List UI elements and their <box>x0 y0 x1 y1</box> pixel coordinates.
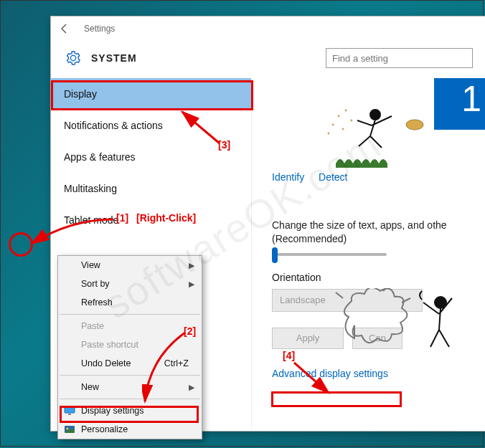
sidebar-item-multitasking[interactable]: Multitasking <box>51 173 251 204</box>
ctx-display-settings[interactable]: Display settings <box>58 401 202 420</box>
orientation-label: Orientation <box>272 272 485 283</box>
scale-slider[interactable] <box>272 253 387 256</box>
cancel-button[interactable]: Can <box>352 328 402 349</box>
gear-icon <box>65 50 81 66</box>
sidebar-item-label: Multitasking <box>64 183 117 194</box>
back-button[interactable] <box>55 19 74 38</box>
ctx-paste-shortcut: Paste shortcut <box>58 335 202 354</box>
sidebar-item-tablet[interactable]: Tablet mode <box>51 204 251 236</box>
button-row: Apply Can <box>272 328 485 349</box>
monitor-icon <box>64 405 75 416</box>
sidebar-item-label: Apps & features <box>64 151 136 163</box>
apply-button[interactable]: Apply <box>272 328 344 349</box>
sidebar-item-notifications[interactable]: Notifications & actions <box>51 110 251 141</box>
ctx-separator <box>60 375 200 376</box>
advanced-display-link[interactable]: Advanced display settings <box>272 368 485 379</box>
ctx-refresh[interactable]: Refresh <box>58 293 202 312</box>
chevron-right-icon: ▶ <box>189 261 194 270</box>
search-wrap <box>326 48 473 68</box>
identify-detect-links: Identify Detect <box>272 171 359 183</box>
sidebar-item-apps[interactable]: Apps & features <box>51 141 251 173</box>
window-title: Settings <box>84 24 115 34</box>
slider-thumb[interactable] <box>272 247 278 263</box>
header-row: SYSTEM <box>51 41 485 78</box>
ctx-sort-by[interactable]: Sort by ▶ <box>58 275 202 293</box>
main-pane: 1 Identify Detect Change the size of tex… <box>252 78 485 429</box>
desktop-context-menu: View ▶ Sort by ▶ Refresh Paste Paste sho… <box>57 255 202 439</box>
ctx-view[interactable]: View ▶ <box>58 256 202 275</box>
ctx-new[interactable]: New ▶ <box>58 378 202 396</box>
ctx-paste: Paste <box>58 317 202 335</box>
detect-link[interactable]: Detect <box>319 171 347 183</box>
personalize-icon <box>64 424 75 435</box>
search-input[interactable] <box>326 48 473 68</box>
orientation-dropdown[interactable]: Landscape <box>272 289 423 312</box>
ctx-undo-delete[interactable]: Undo Delete Ctrl+Z <box>58 354 202 373</box>
illustration-area: Identify Detect <box>272 85 485 186</box>
titlebar: Settings <box>51 16 485 41</box>
ctx-personalize[interactable]: Personalize <box>58 420 202 439</box>
ctx-separator <box>60 399 200 399</box>
sidebar-item-label: Display <box>64 88 97 100</box>
orientation-value: Landscape <box>280 295 326 305</box>
identify-link[interactable]: Identify <box>272 171 304 183</box>
ctx-separator <box>60 314 200 315</box>
svg-rect-13 <box>68 414 71 415</box>
sidebar-item-display[interactable]: Display <box>51 78 251 110</box>
scale-text: Change the size of text, apps, and othe … <box>272 219 485 246</box>
page-title: SYSTEM <box>91 52 137 64</box>
sidebar-item-label: Tablet mode <box>64 214 118 226</box>
ctx-shortcut: Ctrl+Z <box>164 358 189 368</box>
sidebar-item-label: Notifications & actions <box>64 120 163 131</box>
chevron-right-icon: ▶ <box>189 280 194 289</box>
svg-rect-12 <box>65 407 75 413</box>
arrow-left-icon <box>59 23 70 34</box>
chevron-right-icon: ▶ <box>189 383 194 392</box>
